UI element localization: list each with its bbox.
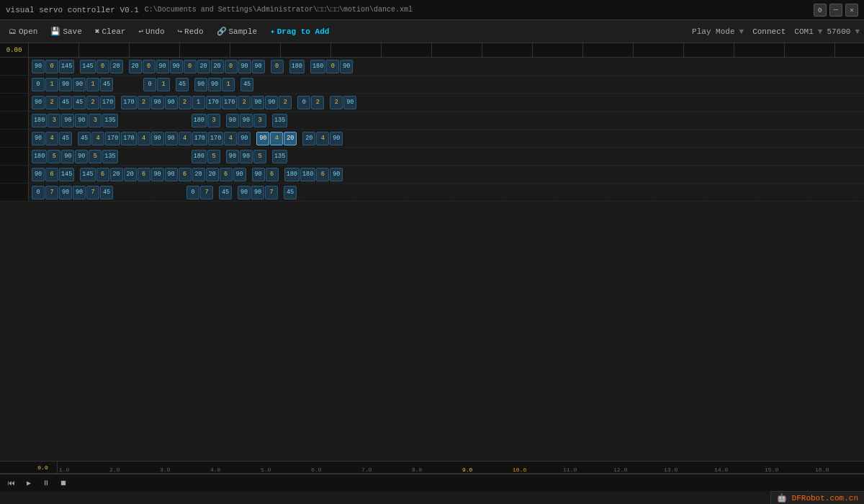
cell[interactable]: 90	[75, 114, 88, 127]
cell[interactable]: 170	[192, 132, 207, 145]
cell[interactable]: 7	[200, 186, 213, 199]
cell[interactable]: 0	[326, 60, 339, 73]
cell[interactable]: 20	[110, 168, 123, 181]
cell[interactable]: 90	[73, 186, 86, 199]
cell[interactable]: 2	[311, 96, 324, 109]
cell[interactable]: 7	[86, 186, 99, 199]
cell[interactable]: 90	[32, 168, 45, 181]
cell[interactable]: 45	[219, 186, 232, 199]
cell[interactable]: 90	[32, 60, 45, 73]
cell-selected[interactable]: 90	[256, 132, 269, 145]
cell[interactable]: 1	[157, 78, 170, 91]
cell[interactable]: 6	[266, 168, 279, 181]
cell-selected[interactable]: 20	[284, 132, 297, 145]
cell[interactable]: 3	[207, 114, 220, 127]
cell[interactable]: 6	[138, 168, 150, 181]
cell[interactable]: 0	[32, 186, 45, 199]
pause-button[interactable]: ⏸	[40, 477, 52, 489]
cell[interactable]: 4	[138, 132, 150, 145]
cell[interactable]: 90	[32, 132, 45, 145]
cell[interactable]: 90	[238, 60, 251, 73]
cell[interactable]: 6	[220, 168, 233, 181]
cell[interactable]: 1	[86, 78, 99, 91]
cell[interactable]: 90	[340, 60, 353, 73]
cell[interactable]: 0	[186, 186, 199, 199]
cell[interactable]: 90	[59, 186, 72, 199]
cell[interactable]: 45	[78, 132, 91, 145]
cell[interactable]: 90	[226, 150, 239, 163]
rewind-button[interactable]: ⏮	[6, 477, 17, 489]
cell[interactable]: 90	[240, 114, 253, 127]
cell[interactable]: 0	[271, 60, 284, 73]
cell[interactable]: 90	[156, 60, 169, 73]
cell[interactable]: 20	[124, 168, 137, 181]
cell[interactable]: 90	[330, 168, 343, 181]
cell[interactable]: 5	[48, 150, 60, 163]
cell[interactable]: 20	[197, 60, 210, 73]
connect-button[interactable]: Connect	[748, 26, 790, 37]
cell[interactable]: 180	[192, 150, 207, 163]
cell[interactable]: 145	[59, 60, 74, 73]
cell[interactable]: 170	[105, 132, 120, 145]
cell[interactable]: 3	[89, 114, 102, 127]
clear-button[interactable]: ✖ Clear	[91, 25, 130, 37]
cell[interactable]: 170	[206, 96, 221, 109]
cell[interactable]: 0	[143, 60, 156, 73]
cell[interactable]: 145	[80, 168, 95, 181]
cell[interactable]: 90	[233, 168, 246, 181]
cell[interactable]: 180	[284, 168, 300, 181]
cell[interactable]: 45	[73, 96, 86, 109]
cell[interactable]: 0	[45, 60, 58, 73]
cell[interactable]: 45	[176, 78, 189, 91]
minimize-btn[interactable]: —	[829, 4, 842, 17]
settings-btn[interactable]: ⚙	[814, 4, 827, 17]
canvas-area[interactable]: 90 0 145 145 0 20 20 0 90 90 0 20 20 0 9…	[0, 58, 864, 461]
cell[interactable]: 4	[224, 132, 237, 145]
cell[interactable]: 90	[238, 132, 251, 145]
cell[interactable]: 90	[32, 96, 45, 109]
sample-button[interactable]: 🔗 Sample	[212, 25, 262, 37]
cell[interactable]: 90	[330, 132, 343, 145]
cell[interactable]: 135	[102, 150, 117, 163]
cell[interactable]: 90	[151, 132, 164, 145]
cell[interactable]: 90	[61, 150, 74, 163]
open-button[interactable]: 🗂 Open	[4, 25, 42, 37]
cell[interactable]: 45	[240, 78, 253, 91]
cell[interactable]: 180	[300, 168, 315, 181]
undo-button[interactable]: ↩ Undo	[134, 25, 168, 37]
cell[interactable]: 90	[151, 96, 164, 109]
cell[interactable]: 90	[240, 150, 253, 163]
cell[interactable]: 90	[73, 78, 86, 91]
cell[interactable]: 2	[179, 96, 192, 109]
cell[interactable]: 3	[48, 114, 60, 127]
cell[interactable]: 90	[165, 96, 178, 109]
cell[interactable]: 90	[59, 78, 72, 91]
cell[interactable]: 20	[129, 60, 142, 73]
cell[interactable]: 45	[59, 132, 72, 145]
cell[interactable]: 135	[272, 150, 287, 163]
cell[interactable]: 5	[253, 150, 266, 163]
cell[interactable]: 90	[165, 168, 178, 181]
cell[interactable]: 2	[279, 96, 292, 109]
cell[interactable]: 90	[75, 150, 88, 163]
cell[interactable]: 1	[192, 96, 205, 109]
cell[interactable]: 180	[32, 114, 47, 127]
cell[interactable]: 4	[316, 132, 329, 145]
cell[interactable]: 2	[330, 96, 343, 109]
cell[interactable]: 170	[121, 132, 136, 145]
cell[interactable]: 170	[100, 96, 115, 109]
cell[interactable]: 180	[289, 60, 305, 73]
cell[interactable]: 6	[316, 168, 329, 181]
cell[interactable]: 90	[265, 96, 278, 109]
cell[interactable]: 6	[45, 168, 58, 181]
cell[interactable]: 180	[192, 114, 207, 127]
cell[interactable]: 180	[32, 150, 47, 163]
cell[interactable]: 145	[80, 60, 95, 73]
cell[interactable]: 7	[265, 186, 278, 199]
cell[interactable]: 0	[32, 78, 45, 91]
save-button[interactable]: 💾 Save	[46, 25, 86, 37]
cell[interactable]: 90	[151, 168, 164, 181]
cell[interactable]: 2	[86, 96, 99, 109]
cell[interactable]: 90	[251, 186, 264, 199]
cell[interactable]: 20	[302, 132, 315, 145]
